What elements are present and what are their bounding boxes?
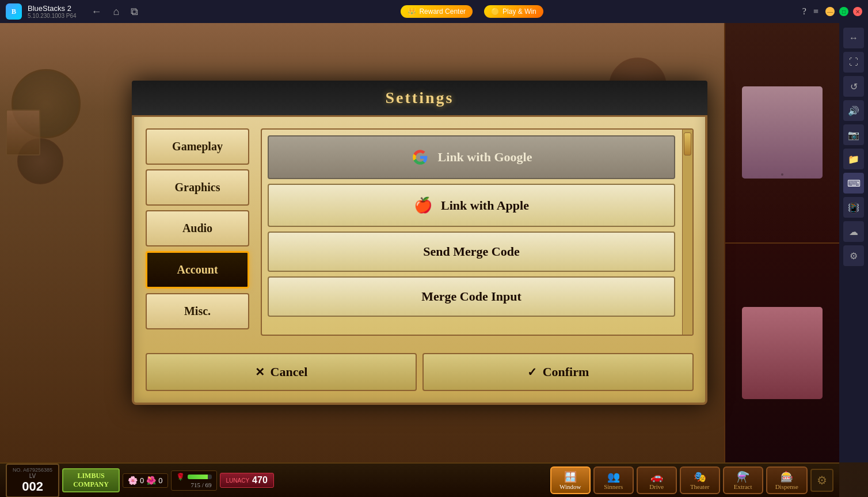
app-logo: B [6,3,22,20]
dialog-footer: ✕ Cancel ✓ Confirm [134,347,705,403]
help-icon[interactable]: ? [802,6,806,17]
cancel-label: Cancel [271,365,308,380]
hud-bar-val: 715 / 69 [176,481,212,488]
hud-lunacy: LUNACY 470 [220,473,274,488]
window-label: Window [559,483,581,490]
lunacy-value: 470 [252,475,268,485]
sidebar-camera-icon[interactable]: 📷 [843,124,864,145]
account-content: Link with Google 🍎 Link with Apple Send … [261,128,694,336]
app-name: BlueStacks 2 [28,4,77,13]
hud-company-button[interactable]: LIMBUSCOMPANY [62,468,120,492]
resource2-value: 0 [158,476,162,485]
sidebar-folder-icon[interactable]: 📁 [843,149,864,169]
close-button[interactable]: ✕ [853,7,862,16]
hud-drive-button[interactable]: 🚗 Drive [637,466,677,494]
link-google-label: Link with Google [438,150,532,165]
hud-sinners-button[interactable]: 👥 Sinners [593,466,634,494]
link-google-button[interactable]: Link with Google [268,135,675,179]
cancel-button[interactable]: ✕ Cancel [146,353,417,391]
sidebar-volume-icon[interactable]: 🔊 [843,100,864,121]
sidebar-fullscreen-icon[interactable]: ⛶ [843,52,864,73]
send-merge-label: Send Merge Code [423,244,519,259]
crown-icon: 👑 [408,7,416,16]
apple-icon: 🍎 [414,196,432,214]
sidebar-settings-icon[interactable]: ⚙ [843,245,864,266]
topbar: B BlueStacks 2 5.10.230.1003 P64 ← ⌂ ⧉ 👑… [0,0,868,23]
extract-icon: ⚗️ [737,471,749,483]
reward-label: Reward Center [419,7,466,16]
confirm-button[interactable]: ✓ Confirm [422,353,694,391]
dialog-overlay: Settings Gameplay Graphics Audio Account… [0,23,839,462]
settings-dialog: Settings Gameplay Graphics Audio Account… [132,81,707,405]
google-icon [411,148,429,166]
scrollbar-track[interactable] [682,130,692,335]
play-win-button[interactable]: 🟡 Play & Win [484,5,543,18]
hud-level-display: NO. A679256385 LV 002 [6,464,59,498]
link-apple-button[interactable]: 🍎 Link with Apple [268,184,675,227]
drive-label: Drive [649,483,664,490]
hud-resource1: 🌸 0 🌺 0 [123,473,167,488]
resource2-icon: 🌺 [146,476,156,485]
confirm-label: Confirm [543,365,589,380]
topbar-center: 👑 Reward Center 🟡 Play & Win [147,5,797,18]
coin-icon: 🟡 [491,7,500,16]
sidebar-shake-icon[interactable]: 📳 [843,197,864,218]
theater-label: Theater [690,483,710,490]
sidebar-cloud-icon[interactable]: ☁ [843,221,864,242]
hud-hp-bar: 🌹 715 / 69 [171,471,217,491]
dialog-content: Gameplay Graphics Audio Account Misc. [134,117,705,347]
theater-icon: 🎭 [694,471,706,483]
game-area: Settings Gameplay Graphics Audio Account… [0,23,839,462]
hud-theater-button[interactable]: 🎭 Theater [680,466,720,494]
topbar-right: ? ≡ — □ ✕ [802,6,862,17]
nav-misc[interactable]: Misc. [146,293,249,329]
sidebar-rotate-icon[interactable]: ↺ [843,76,864,97]
home-icon[interactable]: ⌂ [110,5,123,19]
dispense-icon: 🎰 [781,471,793,483]
bottom-hud: NO. A679256385 LV 002 LIMBUSCOMPANY 🌸 0 … [0,462,839,497]
merge-code-label: Merge Code Input [421,289,521,304]
merge-code-input-button[interactable]: Merge Code Input [268,276,675,317]
nav-audio[interactable]: Audio [146,210,249,246]
hud-extract-button[interactable]: ⚗️ Extract [723,466,763,494]
hud-player-id: NO. A679256385 [13,467,52,473]
drive-icon: 🚗 [650,471,663,483]
sinners-label: Sinners [604,483,623,490]
sidebar-resize-icon[interactable]: ↔ [843,28,864,48]
resource1-icon: 🌸 [128,476,138,485]
nav-graphics[interactable]: Graphics [146,169,249,206]
sidebar-keyboard-icon[interactable]: ⌨ [843,173,864,194]
menu-icon[interactable]: ≡ [813,6,818,17]
cancel-x-icon: ✕ [255,365,265,379]
minimize-button[interactable]: — [825,7,835,16]
window-icon: 🪟 [564,471,577,483]
send-merge-button[interactable]: Send Merge Code [268,232,675,272]
link-apple-label: Link with Apple [441,198,529,213]
back-icon[interactable]: ← [88,5,105,19]
dialog-title-bar: Settings [132,81,707,117]
reward-center-button[interactable]: 👑 Reward Center [401,5,473,18]
window-controls: — □ ✕ [825,7,862,16]
multi-instance-icon[interactable]: ⧉ [127,5,142,19]
app-version: 5.10.230.1003 P64 [28,13,77,19]
scrollbar-thumb[interactable] [684,132,691,155]
sinners-icon: 👥 [607,471,620,483]
topbar-nav: ← ⌂ ⧉ [88,5,142,19]
hud-window-button[interactable]: 🪟 Window [550,466,591,494]
settings-nav: Gameplay Graphics Audio Account Misc. [146,128,249,336]
dialog-title: Settings [386,89,454,107]
dispense-label: Dispense [775,483,798,490]
hud-gear-button[interactable]: ⚙ [810,469,833,492]
gear-icon: ⚙ [817,473,827,487]
right-sidebar: ↔ ⛶ ↺ 🔊 📷 📁 ⌨ 📳 ☁ ⚙ [839,23,868,462]
hud-level-number: 002 [22,479,43,494]
nav-account[interactable]: Account [146,251,249,289]
extract-label: Extract [734,483,752,490]
lunacy-label: LUNACY [226,477,250,484]
resource1-value: 0 [140,476,144,485]
play-label: Play & Win [502,7,536,16]
hud-lv-label: LV [29,473,36,479]
maximize-button[interactable]: □ [839,7,848,16]
nav-gameplay[interactable]: Gameplay [146,128,249,165]
hud-dispense-button[interactable]: 🎰 Dispense [766,466,808,494]
